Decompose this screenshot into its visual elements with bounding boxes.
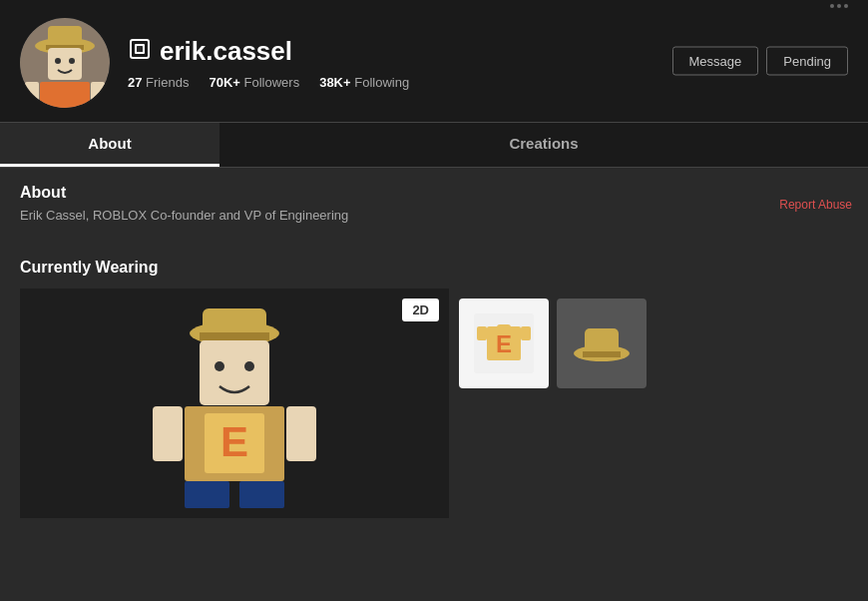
svg-rect-15 [200,332,269,340]
avatar-3d-display: 2D E [20,289,449,518]
wearing-section: Currently Wearing 2D [0,243,868,534]
toggle-2d-button[interactable]: 2D [402,299,439,321]
svg-rect-12 [137,46,143,52]
svg-rect-23 [286,406,316,461]
svg-rect-8 [25,82,39,102]
svg-rect-22 [153,406,183,461]
wearing-content: 2D E [20,289,848,518]
dot-3 [844,4,848,8]
svg-rect-29 [477,326,487,340]
profile-stats: 27 Friends 70K+ Followers 38K+ Following [128,75,848,90]
friends-stat: 27 Friends [128,75,189,90]
item-shirt-svg: E [469,308,539,378]
svg-rect-24 [185,481,229,508]
about-title: About [20,184,848,202]
svg-rect-31 [497,324,511,330]
tab-about[interactable]: About [0,123,219,167]
svg-rect-7 [40,82,90,108]
username: erik.cassel [160,36,292,67]
pending-button[interactable]: Pending [766,47,848,76]
items-grid: E [449,289,848,518]
svg-point-17 [215,361,224,371]
svg-point-18 [244,361,254,371]
following-stat: 38K+ Following [319,75,409,90]
svg-rect-30 [521,326,531,340]
svg-text:E: E [220,418,248,465]
dots-menu [830,4,848,8]
item-card-hat[interactable] [557,299,647,388]
dot-2 [837,4,841,8]
profile-actions: Message Pending [672,47,848,76]
message-button[interactable]: Message [672,47,759,76]
svg-rect-16 [200,340,269,405]
svg-text:E: E [496,330,512,357]
about-content: About Erik Cassel, ROBLOX Co-founder and… [0,168,868,243]
svg-point-5 [55,58,61,64]
profile-header: erik.cassel 27 Friends 70K+ Followers 38… [0,0,868,123]
svg-rect-2 [48,26,82,48]
svg-rect-34 [583,351,621,357]
character-3d-svg: E [145,299,324,508]
item-hat-svg [567,308,637,378]
svg-rect-25 [239,481,284,508]
avatar-image [20,18,110,108]
followers-stat: 70K+ Followers [209,75,299,90]
bio-text: Erik Cassel, ROBLOX Co-founder and VP of… [20,208,848,223]
roblox-icon [128,37,152,67]
svg-rect-4 [48,48,82,80]
svg-point-6 [69,58,75,64]
wearing-title: Currently Wearing [20,259,848,277]
report-abuse-link[interactable]: Report Abuse [779,198,852,212]
svg-rect-9 [91,82,105,102]
dot-1 [830,4,834,8]
avatar [20,18,110,108]
item-card-shirt[interactable]: E [459,299,549,388]
tab-creations[interactable]: Creations [219,123,868,167]
tabs-bar: About Creations [0,123,868,168]
